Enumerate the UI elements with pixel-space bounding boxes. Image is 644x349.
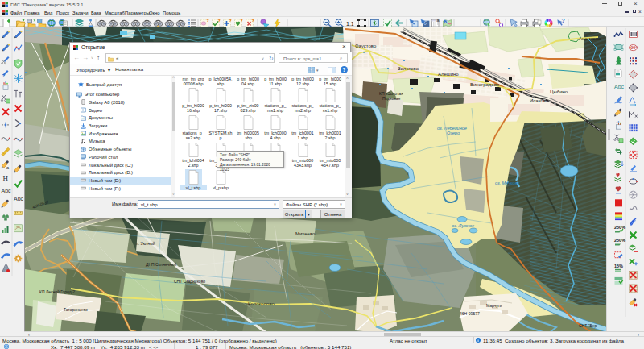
svg-text:Цыбино: Цыбино [550, 89, 568, 94]
svg-text:a: a [6, 165, 10, 170]
svg-text:15%: 15% [614, 264, 623, 268]
svg-text:250%: 250% [614, 225, 625, 230]
svg-text:Виноградово: Виноградово [470, 82, 500, 87]
svg-text:250%: 250% [614, 238, 625, 243]
svg-text:ДНП Солнечный: ДНП Солнечный [146, 262, 177, 267]
svg-text:Михеево: Михеево [295, 231, 316, 236]
svg-text:Татаринцево: Татаринцево [64, 307, 88, 312]
svg-text:a: a [437, 18, 440, 23]
svg-text:Золотово: Золотово [398, 66, 419, 71]
svg-text:оз. Лужное: оз. Лужное [452, 223, 474, 228]
svg-text:?: ? [562, 18, 565, 23]
svg-text:Марчуги: Марчуги [486, 303, 502, 308]
svg-text:?: ? [2, 73, 6, 78]
svg-text:Колоколово: Колоколово [248, 301, 275, 306]
svg-text:СНТ Старниково: СНТ Старниково [174, 279, 205, 284]
svg-text:Исаково: Исаково [530, 98, 549, 103]
svg-text:Алёшино: Алёшино [438, 72, 459, 77]
svg-text:46Н-09577: 46Н-09577 [460, 311, 480, 316]
svg-text:Abc: Abc [614, 84, 625, 89]
svg-text:Abc: Abc [2, 188, 12, 193]
svg-text:оз. Мячково: оз. Мячково [495, 181, 519, 185]
svg-text:Abc: Abc [14, 196, 24, 202]
svg-text:Озеро: Озеро [447, 131, 460, 135]
svg-text:90°: 90° [630, 45, 637, 50]
svg-text:СНТ "Бер: СНТ "Бер [579, 323, 597, 328]
svg-text:Фаустово: Фаустово [355, 44, 377, 48]
svg-text:H: H [3, 174, 9, 182]
svg-text:КП Лесной Город-2: КП Лесной Город-2 [39, 289, 75, 294]
svg-text:1:1: 1:1 [346, 21, 354, 27]
svg-text:п. Уютный: п. Уютный [136, 241, 155, 246]
svg-text:Подкова»: Подкова» [382, 96, 401, 101]
svg-text:Ашитково: Ашитково [579, 36, 601, 41]
